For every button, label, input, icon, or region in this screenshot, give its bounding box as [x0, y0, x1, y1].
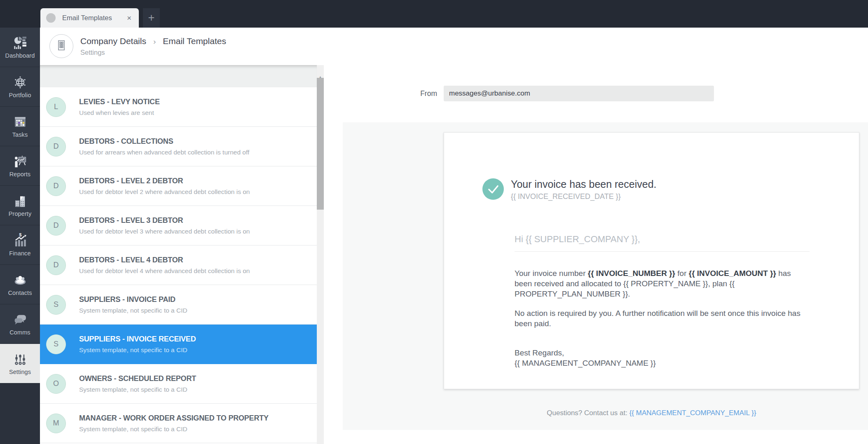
finance-icon: $ — [13, 233, 28, 248]
email-greeting: Hi {{ SUPPLIER_COMPANY }}, — [515, 234, 810, 245]
email-footer: Questions? Contact us at: {{ MANAGEMENT_… — [444, 409, 859, 417]
email-title: Your invoice has been received. — [511, 178, 656, 190]
sidebar-item-finance[interactable]: $ Finance — [0, 225, 40, 265]
template-initial-avatar: D — [46, 176, 66, 196]
template-list-item[interactable]: L LEVIES - LEVY NOTICE Used when levies … — [40, 87, 317, 127]
email-template-list: L LEVIES - LEVY NOTICE Used when levies … — [40, 87, 317, 444]
template-list-item[interactable]: D DEBTORS - LEVEL 3 DEBTOR Used for debt… — [40, 206, 317, 245]
template-initial-avatar: S — [46, 334, 66, 354]
email-signoff: Best Regards, {{ MANAGEMENT_COMPANY_NAME… — [515, 348, 810, 368]
svg-text:$: $ — [19, 233, 22, 237]
template-editor-panel: From Your invoice has been received. {{ … — [324, 65, 868, 444]
list-scrollbar[interactable]: ▲ — [317, 65, 324, 444]
chevron-right-icon: › — [153, 37, 156, 46]
template-initial-avatar: D — [46, 137, 66, 157]
tab-favicon-icon — [46, 13, 56, 23]
divider — [515, 251, 810, 252]
close-icon[interactable]: × — [125, 13, 133, 23]
sidebar-item-reports[interactable]: Reports — [0, 146, 40, 186]
template-list-item[interactable]: O OWNERS - SCHEDULED REPORT System templ… — [40, 364, 317, 404]
new-tab-button[interactable]: + — [143, 8, 160, 28]
email-header: Your invoice has been received. {{ INVOI… — [482, 178, 656, 201]
footer-email-link[interactable]: {{ MANAGEMENT_COMPANY_EMAIL }} — [629, 409, 756, 417]
from-label: From — [324, 89, 437, 98]
preview-background: Your invoice has been received. {{ INVOI… — [343, 122, 868, 430]
comms-icon — [13, 312, 28, 327]
portfolio-icon — [13, 75, 28, 90]
template-list-item[interactable]: S SUPPLIERS - INVOICE RECEIVED System te… — [40, 325, 317, 364]
sidebar-nav: Dashboard Portfolio Tasks Reports Proper… — [0, 28, 40, 444]
list-toolbar — [40, 65, 317, 87]
sidebar-item-portfolio[interactable]: Portfolio — [0, 67, 40, 107]
company-avatar — [49, 34, 73, 58]
tab-email-templates[interactable]: Email Templates × — [40, 8, 139, 28]
breadcrumb-company-details[interactable]: Company Details — [80, 36, 146, 46]
email-paragraph-1: Your invoice number {{ INVOICE_NUMBER }}… — [515, 268, 810, 299]
tasks-icon — [13, 115, 28, 129]
from-row: From — [324, 86, 868, 101]
plus-icon: + — [148, 12, 155, 24]
sidebar-item-settings[interactable]: Settings — [0, 344, 40, 383]
template-list-item[interactable]: D DEBTORS - COLLECTIONS Used for arrears… — [40, 127, 317, 166]
email-preview-card: Your invoice has been received. {{ INVOI… — [444, 132, 859, 389]
email-date-placeholder: {{ INVOICE_RECEIVED_DATE }} — [511, 192, 656, 201]
tab-label: Email Templates — [62, 14, 112, 22]
contacts-icon — [13, 273, 28, 287]
dashboard-icon — [13, 35, 28, 50]
template-initial-avatar: M — [46, 414, 66, 433]
email-paragraph-2: No action is required by you. A further … — [515, 308, 810, 329]
from-address-input[interactable] — [444, 86, 714, 101]
email-body: Hi {{ SUPPLIER_COMPANY }}, Your invoice … — [515, 234, 810, 368]
building-icon — [54, 38, 68, 54]
template-list-item[interactable]: D DEBTORS - LEVEL 2 DEBTOR Used for debt… — [40, 166, 317, 206]
tab-bar: Email Templates × + — [0, 0, 868, 28]
sidebar-item-property[interactable]: Property — [0, 186, 40, 225]
settings-icon — [13, 352, 28, 367]
template-initial-avatar: D — [46, 255, 66, 275]
sidebar-item-contacts[interactable]: Contacts — [0, 265, 40, 304]
sidebar-item-tasks[interactable]: Tasks — [0, 107, 40, 146]
template-initial-avatar: D — [46, 216, 66, 236]
template-list-item[interactable]: S SUPPLIERS - INVOICE PAID System templa… — [40, 285, 317, 325]
reports-icon — [13, 154, 28, 169]
template-initial-avatar: S — [46, 295, 66, 315]
template-list-item[interactable]: M MANAGER - WORK ORDER ASSIGNED TO PROPE… — [40, 404, 317, 443]
email-signature: {{ MANAGEMENT_COMPANY_NAME }} — [515, 358, 810, 368]
sidebar-item-comms[interactable]: Comms — [0, 304, 40, 344]
property-icon — [13, 194, 28, 208]
check-circle-icon — [482, 178, 504, 200]
page-header: Company Details › Email Templates Settin… — [40, 28, 868, 65]
scrollbar-thumb[interactable] — [317, 78, 324, 210]
template-list-item[interactable]: D DEBTORS - LEVEL 4 DEBTOR Used for debt… — [40, 245, 317, 285]
template-initial-avatar: L — [46, 97, 66, 117]
breadcrumb-subtitle: Settings — [80, 49, 226, 56]
breadcrumb-email-templates: Email Templates — [163, 36, 226, 46]
footer-text: Questions? Contact us at: — [547, 409, 629, 417]
template-initial-avatar: O — [46, 374, 66, 394]
app-window: Email Templates × + Dashboard Portfolio … — [0, 0, 868, 444]
sidebar-item-dashboard[interactable]: Dashboard — [0, 28, 40, 67]
breadcrumb: Company Details › Email Templates Settin… — [80, 36, 226, 56]
